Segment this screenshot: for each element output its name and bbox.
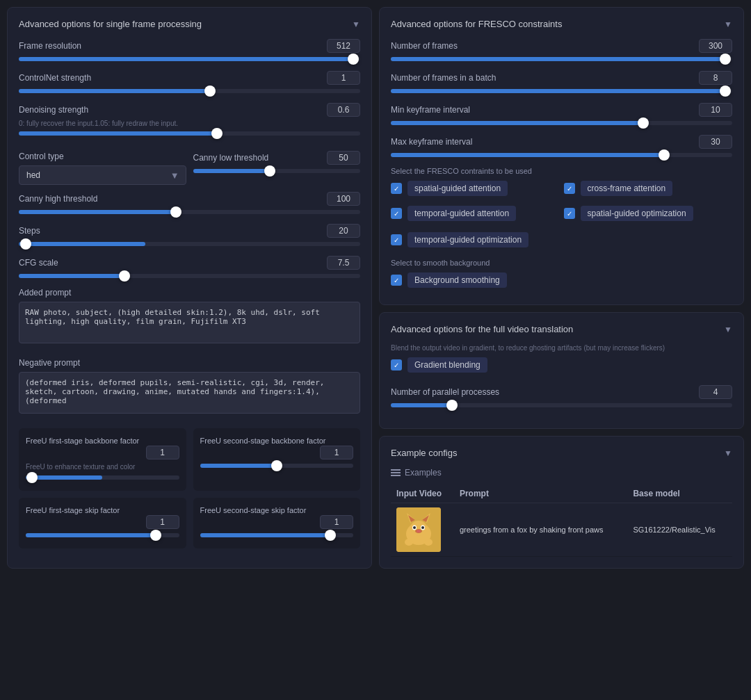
controlnet-strength-value[interactable]: 1 xyxy=(327,71,360,85)
checkbox-cross-frame-attention[interactable]: cross-frame attention xyxy=(564,181,733,196)
video-panel-chevron-icon[interactable]: ▼ xyxy=(724,325,732,334)
negative-prompt-row: Negative prompt xyxy=(19,358,360,418)
controlnet-strength-row: ControlNet strength 1 xyxy=(19,71,360,93)
svg-point-13 xyxy=(405,539,413,546)
canny-high-label: Canny high threshold xyxy=(19,194,97,204)
frame-resolution-value[interactable]: 512 xyxy=(327,39,360,53)
constraints-select-label: Select the FRESCO contraints to be used xyxy=(391,167,732,175)
freeu-first-skip-label: FreeU first-stage skip factor xyxy=(26,506,120,514)
checkbox-gradient-blending-icon xyxy=(391,359,402,371)
fresco-panel: Advanced options for FRESCO constraints … xyxy=(379,7,744,305)
col-base-model: Base model xyxy=(627,485,732,503)
freeu-second-backbone-label: FreeU second-stage backbone factor xyxy=(200,437,326,445)
example-panel-chevron-icon[interactable]: ▼ xyxy=(724,448,732,458)
steps-row: Steps 20 xyxy=(19,224,360,246)
min-keyframe-value[interactable]: 10 xyxy=(699,103,732,117)
max-keyframe-value[interactable]: 30 xyxy=(699,135,732,149)
num-frames-value[interactable]: 300 xyxy=(699,39,732,53)
frames-batch-value[interactable]: 8 xyxy=(699,71,732,85)
num-frames-label: Number of frames xyxy=(391,41,458,51)
smooth-bg-label: Select to smooth background xyxy=(391,259,732,267)
example-image-cell xyxy=(391,503,454,557)
steps-track[interactable] xyxy=(19,242,360,246)
svg-point-10 xyxy=(421,526,424,529)
parallel-processes-row: Number of parallel processes 4 xyxy=(391,385,732,407)
constraints-checkboxes: spatial-guided attention cross-frame att… xyxy=(391,181,732,227)
freeu-first-backbone-value[interactable]: 1 xyxy=(146,446,179,459)
frame-resolution-row: Frame resolution 512 xyxy=(19,39,360,61)
checkbox-spatial-guided-optimization-label: spatial-guided optimization xyxy=(581,206,693,221)
denoising-strength-value[interactable]: 0.6 xyxy=(327,103,360,117)
canny-low-label: Canny low threshold xyxy=(193,153,269,163)
freeu-second-backbone-track[interactable] xyxy=(200,464,354,468)
freeu-first-skip-value[interactable]: 1 xyxy=(146,515,179,529)
negative-prompt-textarea[interactable] xyxy=(19,372,360,414)
control-type-dropdown-container: hed canny depth ▼ xyxy=(19,165,186,185)
added-prompt-textarea[interactable] xyxy=(19,302,360,343)
denoising-strength-track[interactable] xyxy=(19,131,360,136)
frames-batch-label: Number of frames in a batch xyxy=(391,73,496,83)
canny-high-value[interactable]: 100 xyxy=(327,192,360,206)
checkbox-spatial-guided-optimization-icon xyxy=(564,208,575,219)
steps-value[interactable]: 20 xyxy=(327,224,360,238)
min-keyframe-track[interactable] xyxy=(391,121,732,125)
freeu-first-backbone-track[interactable] xyxy=(26,475,179,480)
frames-batch-row: Number of frames in a batch 8 xyxy=(391,71,732,93)
cfg-scale-value[interactable]: 7.5 xyxy=(327,256,360,270)
canny-low-value[interactable]: 50 xyxy=(327,151,360,165)
svg-point-12 xyxy=(417,530,421,532)
min-keyframe-row: Min keyframe interval 10 xyxy=(391,103,732,125)
checkbox-spatial-guided-optimization[interactable]: spatial-guided optimization xyxy=(564,206,733,221)
right-panels: Advanced options for FRESCO constraints … xyxy=(379,7,744,569)
example-base-model: SG161222/Realistic_Vis xyxy=(627,503,732,557)
left-panel: Advanced options for single frame proces… xyxy=(7,7,372,569)
num-frames-track[interactable] xyxy=(391,57,732,61)
example-panel: Example configs ▼ Examples Input Video P… xyxy=(379,436,744,569)
controlnet-strength-label: ControlNet strength xyxy=(19,73,91,83)
parallel-processes-value[interactable]: 4 xyxy=(699,385,732,399)
checkbox-gradient-blending[interactable]: Gradient blending xyxy=(391,357,732,373)
canny-low-track[interactable] xyxy=(193,169,361,173)
freeu-second-skip-value[interactable]: 1 xyxy=(320,515,353,529)
example-image xyxy=(396,507,441,552)
denoising-strength-row: Denoising strength 0.6 0: fully recover … xyxy=(19,103,360,136)
hamburger-icon xyxy=(391,469,401,476)
control-type-label: Control type xyxy=(19,152,64,161)
freeu-first-skip-track[interactable] xyxy=(26,533,179,537)
video-panel-header: Advanced options for the full video tran… xyxy=(391,324,732,334)
freeu-section: FreeU first-stage backbone factor 1 Free… xyxy=(19,428,360,548)
checkbox-spatial-guided-attention[interactable]: spatial-guided attention xyxy=(391,181,560,196)
canny-high-row: Canny high threshold 100 xyxy=(19,192,360,214)
frame-resolution-track[interactable] xyxy=(19,57,360,61)
canny-low-section: Canny low threshold 50 xyxy=(193,151,361,185)
frame-resolution-label: Frame resolution xyxy=(19,41,81,51)
parallel-processes-track[interactable] xyxy=(391,403,732,407)
checkbox-temporal-guided-attention[interactable]: temporal-guided attention xyxy=(391,206,560,221)
blend-note: Blend the output video in gradient, to r… xyxy=(391,344,732,352)
freeu-second-skip-label: FreeU second-stage skip factor xyxy=(200,506,307,514)
checkbox-temporal-guided-optimization[interactable]: temporal-guided optimization xyxy=(391,232,732,247)
frames-batch-track[interactable] xyxy=(391,89,732,93)
freeu-second-skip-track[interactable] xyxy=(200,533,354,537)
table-row: greetings from a fox by shaking front pa… xyxy=(391,503,732,557)
control-type-select[interactable]: hed canny depth xyxy=(19,165,186,185)
control-type-section: Control type hed canny depth ▼ xyxy=(19,151,186,185)
checkbox-background-smoothing[interactable]: Background smoothing xyxy=(391,272,732,288)
max-keyframe-track[interactable] xyxy=(391,153,732,157)
cfg-scale-track[interactable] xyxy=(19,274,360,278)
freeu-second-backbone-value[interactable]: 1 xyxy=(320,446,353,459)
fresco-panel-chevron-icon[interactable]: ▼ xyxy=(724,19,732,29)
max-keyframe-row: Max keyframe interval 30 xyxy=(391,135,732,157)
controlnet-strength-track[interactable] xyxy=(19,89,360,93)
video-panel: Advanced options for the full video tran… xyxy=(379,312,744,429)
denoising-strength-label: Denoising strength xyxy=(19,105,88,115)
svg-point-14 xyxy=(424,539,433,546)
examples-section: Examples xyxy=(391,468,732,478)
example-prompt: greetings from a fox by shaking front pa… xyxy=(454,503,628,557)
parallel-processes-label: Number of parallel processes xyxy=(391,387,499,397)
col-input-video: Input Video xyxy=(391,485,454,503)
left-panel-chevron-icon[interactable]: ▼ xyxy=(352,19,360,29)
canny-high-track[interactable] xyxy=(19,210,360,214)
min-keyframe-label: Min keyframe interval xyxy=(391,105,470,115)
checkbox-cross-frame-attention-icon xyxy=(564,183,575,194)
